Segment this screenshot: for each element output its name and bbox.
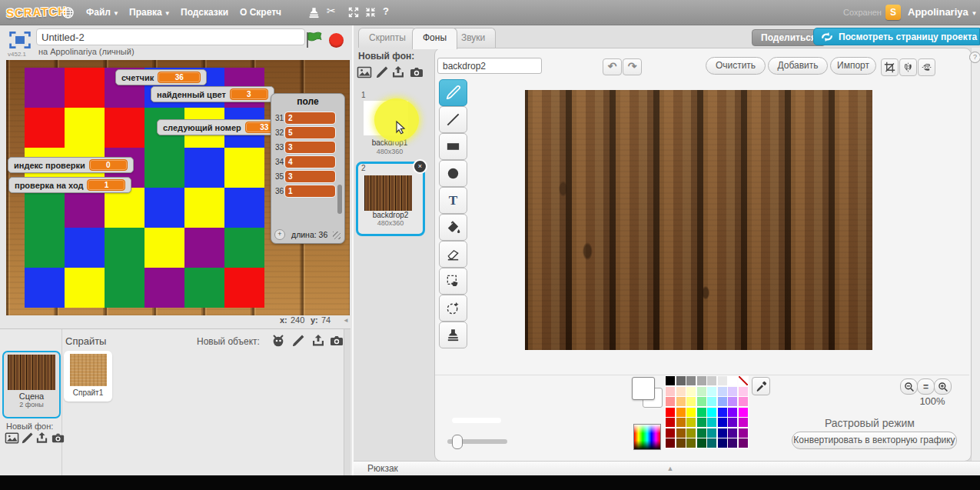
zoom-out-icon[interactable]	[900, 378, 918, 395]
flip-vertical-icon[interactable]	[918, 58, 935, 76]
line-tool[interactable]	[439, 106, 467, 133]
palette-swatch[interactable]	[686, 418, 696, 427]
palette-swatch[interactable]	[728, 397, 737, 406]
list-row[interactable]: 333	[273, 140, 335, 155]
palette-swatch[interactable]	[676, 387, 686, 396]
palette-swatch[interactable]	[697, 397, 706, 406]
palette-swatch[interactable]	[718, 438, 727, 448]
palette-swatch[interactable]	[686, 428, 696, 438]
select-duplicate-tool[interactable]	[439, 295, 467, 322]
palette-swatch[interactable]	[707, 397, 716, 406]
rainbow-color-picker[interactable]	[633, 424, 661, 450]
camera-backdrop-icon[interactable]	[51, 431, 66, 446]
flip-horizontal-icon[interactable]	[899, 58, 917, 76]
sprites-scrollbar[interactable]	[344, 329, 350, 476]
palette-swatch[interactable]	[718, 418, 727, 427]
palette-swatch[interactable]	[707, 428, 716, 438]
palette-swatch[interactable]	[707, 438, 716, 448]
palette-swatch[interactable]	[739, 397, 748, 406]
palette-swatch[interactable]	[739, 408, 748, 417]
paint-backdrop-icon[interactable]	[374, 65, 390, 80]
clear-button[interactable]: Очистить	[706, 57, 766, 75]
zoom-in-icon[interactable]	[934, 378, 952, 395]
palette-swatch[interactable]	[707, 418, 716, 427]
list-add-icon[interactable]: +	[274, 229, 285, 240]
palette-swatch[interactable]	[697, 387, 706, 396]
block-help-icon[interactable]: ?	[383, 5, 396, 18]
palette-swatch[interactable]	[718, 387, 727, 396]
palette-swatch[interactable]	[697, 408, 706, 417]
palette-swatch[interactable]	[728, 438, 737, 448]
brush-tool[interactable]	[439, 79, 467, 106]
ellipse-tool[interactable]	[439, 160, 467, 187]
shrink-icon[interactable]	[364, 6, 377, 19]
upload-sprite-icon[interactable]	[311, 333, 326, 348]
palette-swatch[interactable]	[666, 408, 675, 417]
palette-swatch[interactable]	[676, 376, 686, 385]
palette-swatch[interactable]	[666, 428, 675, 438]
paint-canvas[interactable]	[525, 90, 872, 350]
palette-swatch[interactable]	[666, 438, 675, 448]
list-monitor[interactable]: поле 312325333344353361 + длина: 36	[271, 93, 345, 244]
palette-swatch[interactable]	[676, 418, 686, 427]
list-row[interactable]: 361	[273, 184, 335, 198]
palette-swatch[interactable]	[718, 376, 727, 385]
palette-swatch[interactable]	[739, 418, 748, 427]
palette-swatch[interactable]	[739, 428, 748, 438]
palette-swatch[interactable]	[686, 376, 696, 385]
fill-tool[interactable]	[439, 214, 467, 241]
list-row[interactable]: 325	[273, 125, 335, 140]
add-button[interactable]: Добавить	[768, 57, 828, 75]
palette-swatch[interactable]	[666, 387, 675, 396]
fullscreen-icon[interactable]	[9, 32, 31, 48]
palette-swatch[interactable]	[718, 428, 727, 438]
stamp-tool[interactable]	[439, 322, 467, 348]
palette-swatch[interactable]	[728, 376, 737, 385]
paint-backdrop-icon[interactable]	[20, 431, 35, 446]
palette-swatch[interactable]	[728, 428, 737, 438]
import-button[interactable]: Импорт	[830, 57, 876, 75]
list-row[interactable]: 353	[273, 169, 335, 184]
select-tool[interactable]	[439, 268, 467, 295]
list-scrollbar[interactable]	[337, 185, 342, 214]
palette-swatch[interactable]	[707, 376, 716, 385]
crop-icon[interactable]	[881, 58, 899, 76]
palette-swatch[interactable]	[676, 397, 686, 406]
palette-swatch[interactable]	[728, 387, 737, 396]
backdrop-library-icon[interactable]	[357, 65, 372, 80]
variable-monitor[interactable]: проверка на ход 1	[8, 177, 131, 193]
costume-name-input[interactable]	[437, 58, 542, 74]
list-resize-handle[interactable]	[333, 232, 341, 239]
stage[interactable]: счетчик 36 найденный цвет 3 следующий но…	[6, 60, 350, 315]
stage-thumbnail[interactable]: Сцена 2 фоны	[2, 351, 61, 418]
palette-swatch[interactable]	[686, 438, 696, 448]
palette-swatch[interactable]	[739, 376, 748, 385]
eyedropper-icon[interactable]	[752, 377, 770, 395]
palette-swatch[interactable]	[697, 438, 706, 448]
palette-swatch[interactable]	[686, 397, 696, 406]
primary-color-swatch[interactable]	[632, 377, 655, 400]
palette-swatch[interactable]	[739, 438, 748, 448]
zoom-reset-icon[interactable]: =	[917, 378, 935, 395]
palette-swatch[interactable]	[666, 397, 675, 406]
text-tool[interactable]: T	[439, 187, 467, 214]
close-icon[interactable]: ×	[413, 159, 427, 174]
green-flag-icon[interactable]	[305, 32, 324, 48]
brush-size-slider-thumb[interactable]	[452, 435, 463, 449]
palette-swatch[interactable]	[707, 408, 716, 417]
palette-swatch[interactable]	[707, 387, 716, 396]
undo-icon[interactable]: ↶	[603, 58, 622, 75]
duplicate-stamp-icon[interactable]	[307, 6, 321, 19]
eraser-tool[interactable]	[439, 241, 467, 268]
help-icon[interactable]: ?	[969, 52, 980, 63]
avatar[interactable]: S	[885, 5, 901, 20]
rectangle-tool[interactable]	[439, 133, 467, 160]
palette-swatch[interactable]	[697, 376, 706, 385]
stop-button[interactable]	[329, 33, 344, 48]
palette-swatch[interactable]	[686, 387, 696, 396]
palette-swatch[interactable]	[686, 408, 696, 417]
menu-edit[interactable]: Правка▼	[129, 0, 171, 25]
account-menu[interactable]: Appolinariya ▼	[908, 0, 977, 25]
palette-swatch[interactable]	[676, 438, 686, 448]
menu-file[interactable]: Файл▼	[86, 0, 119, 25]
